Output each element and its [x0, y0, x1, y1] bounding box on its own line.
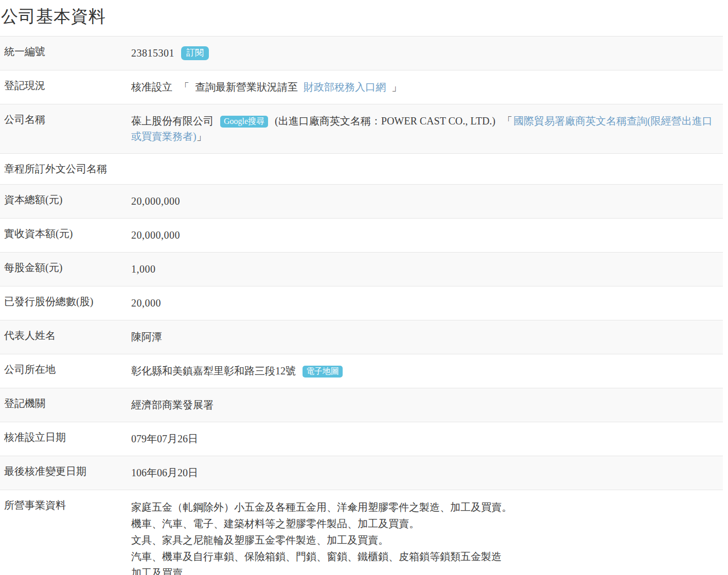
field-value-paid-in-capital: 20,000,000: [131, 219, 723, 252]
row-company-address: 公司所在地 彰化縣和美鎮嘉犁里彰和路三段12號 電子地圖: [0, 354, 723, 388]
field-value-share-par-value: 1,000: [131, 253, 723, 286]
last-change-date-value: 106年06月20日: [131, 467, 198, 478]
business-scope-line: 家庭五金（軋鋼除外）小五金及各種五金用、洋傘用塑膠零件之製造、加工及買賣。: [131, 499, 719, 515]
business-scope-line: 加工及買賣。: [131, 565, 719, 575]
business-scope-line: 機車、汽車、電子、建築材料等之塑膠零件製品、加工及買賣。: [131, 515, 719, 532]
row-last-change-date: 最後核准變更日期 106年06月20日: [0, 456, 723, 490]
english-name-note: (出進口廠商英文名稱：POWER CAST CO., LTD.): [275, 115, 495, 127]
capital-total-value: 20,000,000: [131, 195, 180, 207]
row-shares-issued: 已發行股份總數(股) 20,000: [0, 286, 723, 320]
company-name-value: 葆上股份有限公司: [131, 115, 214, 127]
field-label-company-name: 公司名稱: [0, 104, 131, 135]
field-value-company-address: 彰化縣和美鎮嘉犁里彰和路三段12號 電子地圖: [131, 354, 723, 388]
field-value-last-change-date: 106年06月20日: [131, 456, 723, 490]
field-value-shares-issued: 20,000: [131, 286, 723, 320]
field-value-approval-date: 079年07月26日: [131, 422, 723, 456]
representative-value: 陳阿潭: [131, 331, 162, 343]
row-business-scope: 所營事業資料 家庭五金（軋鋼除外）小五金及各種五金用、洋傘用塑膠零件之製造、加工…: [0, 490, 723, 575]
row-company-name: 公司名稱 葆上股份有限公司 Google搜尋 (出進口廠商英文名稱：POWER …: [0, 104, 723, 154]
row-capital-total: 資本總額(元) 20,000,000: [0, 185, 723, 219]
registry-agency-value: 經濟部商業發展署: [131, 399, 214, 410]
field-label-registry-agency: 登記機關: [0, 388, 131, 419]
field-label-approval-date: 核准設立日期: [0, 422, 131, 453]
bracket-open: 「: [502, 115, 512, 127]
field-label-shares-issued: 已發行股份總數(股): [0, 286, 131, 317]
page-title: 公司基本資料: [0, 0, 728, 28]
electronic-map-badge[interactable]: 電子地圖: [303, 366, 343, 378]
field-label-paid-in-capital: 實收資本額(元): [0, 219, 131, 249]
field-label-company-address: 公司所在地: [0, 354, 131, 385]
bracket-open: 「: [179, 81, 189, 93]
field-value-representative: 陳阿潭: [131, 320, 723, 354]
shares-issued-value: 20,000: [131, 297, 161, 309]
row-foreign-company-name: 章程所訂外文公司名稱: [0, 154, 723, 185]
row-paid-in-capital: 實收資本額(元) 20,000,000: [0, 219, 723, 253]
field-value-company-name: 葆上股份有限公司 Google搜尋 (出進口廠商英文名稱：POWER CAST …: [131, 104, 723, 153]
field-label-uniform-number: 統一編號: [0, 37, 131, 67]
share-par-value-value: 1,000: [131, 263, 156, 275]
row-registration-status: 登記現況 核准設立 「 查詢最新營業狀況請至 財政部稅務入口網 」: [0, 70, 723, 104]
tax-portal-link[interactable]: 財政部稅務入口網: [304, 81, 386, 93]
row-share-par-value: 每股金額(元) 1,000: [0, 253, 723, 286]
row-registry-agency: 登記機關 經濟部商業發展署: [0, 388, 723, 422]
google-search-badge[interactable]: Google搜尋: [220, 116, 268, 128]
approval-date-value: 079年07月26日: [131, 433, 198, 444]
field-value-capital-total: 20,000,000: [131, 185, 723, 218]
row-uniform-number: 統一編號 23815301 訂閱: [0, 37, 723, 70]
business-scope-line: 汽車、機車及自行車鎖、保險箱鎖、門鎖、窗鎖、鐵櫃鎖、皮箱鎖等鎖類五金製造: [131, 548, 719, 565]
subscribe-button[interactable]: 訂閱: [181, 46, 209, 60]
company-address-value: 彰化縣和美鎮嘉犁里彰和路三段12號: [131, 365, 296, 376]
field-value-registry-agency: 經濟部商業發展署: [131, 388, 723, 422]
row-approval-date: 核准設立日期 079年07月26日: [0, 422, 723, 456]
field-value-uniform-number: 23815301 訂閱: [131, 37, 723, 70]
field-label-foreign-company-name: 章程所訂外文公司名稱: [0, 154, 131, 184]
registration-status-note: 查詢最新營業狀況請至: [195, 81, 298, 93]
company-info-table: 統一編號 23815301 訂閱 登記現況 核准設立 「 查詢最新營業狀況請至 …: [0, 36, 723, 575]
uniform-number-value: 23815301: [131, 47, 174, 59]
field-label-last-change-date: 最後核准變更日期: [0, 456, 131, 487]
bracket-close: 」: [392, 81, 402, 93]
field-label-capital-total: 資本總額(元): [0, 185, 131, 215]
bracket-close: 」: [197, 131, 207, 142]
row-representative: 代表人姓名 陳阿潭: [0, 320, 723, 354]
field-label-share-par-value: 每股金額(元): [0, 253, 131, 283]
registration-status-value: 核准設立: [131, 81, 172, 93]
field-value-registration-status: 核准設立 「 查詢最新營業狀況請至 財政部稅務入口網 」: [131, 70, 723, 104]
business-scope-line: 文具、家具之尼龍輪及塑膠五金零件製造、加工及買賣。: [131, 532, 719, 548]
field-value-business-scope: 家庭五金（軋鋼除外）小五金及各種五金用、洋傘用塑膠零件之製造、加工及買賣。 機車…: [131, 490, 723, 575]
field-label-registration-status: 登記現況: [0, 70, 131, 101]
field-label-business-scope: 所營事業資料: [0, 490, 131, 520]
field-value-foreign-company-name: [131, 154, 723, 172]
field-label-representative: 代表人姓名: [0, 320, 131, 351]
paid-in-capital-value: 20,000,000: [131, 229, 180, 241]
